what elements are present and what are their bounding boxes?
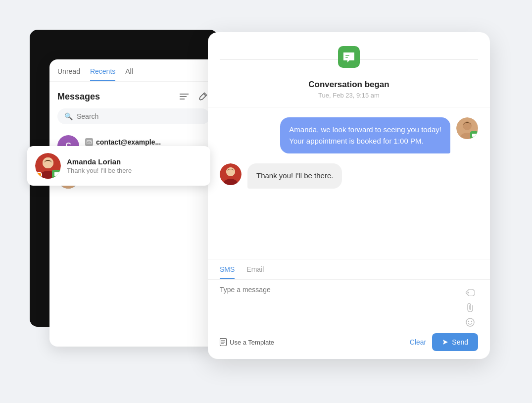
attach-icon[interactable] — [464, 302, 476, 313]
clear-button[interactable]: Clear — [410, 338, 426, 346]
search-input[interactable] — [77, 112, 203, 120]
tab-all[interactable]: All — [125, 67, 133, 81]
highlight-preview: Thank you! I'll be there — [67, 167, 202, 174]
message-text: Amanda, we look forward to seeing you to… — [289, 125, 441, 145]
recipient-avatar — [220, 163, 242, 185]
message-bubble-in: Thank you! I'll be there. — [247, 163, 342, 189]
svg-rect-14 — [345, 57, 348, 58]
template-icon — [220, 338, 227, 346]
highlight-name: Amanda Lorian — [67, 157, 202, 166]
highlight-info: Amanda Lorian Thank you! I'll be there — [67, 157, 202, 174]
contact-name: contact@example... — [85, 138, 210, 146]
filter-icon[interactable] — [177, 90, 191, 103]
messages-header: Messages — [49, 82, 218, 108]
emoji-icon[interactable] — [464, 316, 476, 328]
conversation-panel: Conversation began Tue, Feb 23, 9:15 am … — [208, 32, 490, 359]
search-box[interactable]: 🔍 — [57, 108, 210, 124]
svg-rect-13 — [345, 55, 349, 56]
sender-avatar — [456, 117, 478, 139]
template-button[interactable]: Use a Template — [220, 338, 274, 346]
panel-tabs: Unread Recents All — [49, 59, 218, 82]
tab-recents[interactable]: Recents — [90, 67, 115, 81]
svg-point-22 — [468, 292, 469, 294]
compose-area: SMS Email — [208, 259, 490, 359]
highlight-avatar — [35, 153, 61, 179]
message-input[interactable] — [220, 286, 478, 320]
messages-area: Amanda, we look forward to seeing you to… — [208, 107, 490, 259]
compose-icons — [464, 287, 476, 328]
sms-badge — [470, 131, 478, 139]
svg-point-24 — [468, 321, 469, 322]
tab-sms[interactable]: SMS — [220, 259, 235, 279]
email-icon — [85, 138, 93, 146]
search-icon: 🔍 — [64, 112, 73, 120]
tab-email[interactable]: Email — [246, 259, 264, 279]
send-icon — [442, 339, 449, 346]
message-incoming: Thank you! I'll be there. — [220, 163, 478, 189]
messages-panel: Unread Recents All Messages 🔍 — [49, 59, 218, 347]
contact-highlight-card[interactable]: Amanda Lorian Thank you! I'll be there — [27, 146, 210, 186]
compose-tabs: SMS Email — [208, 259, 490, 280]
conv-header: Conversation began Tue, Feb 23, 9:15 am — [208, 32, 490, 107]
svg-point-25 — [471, 321, 472, 322]
send-label: Send — [452, 338, 468, 346]
compose-actions: Clear Send — [410, 333, 478, 351]
template-label: Use a Template — [230, 339, 274, 346]
messages-title: Messages — [57, 92, 100, 102]
compose-input-area — [208, 280, 490, 328]
compose-footer: Use a Template Clear Send — [208, 328, 490, 359]
tag-icon[interactable] — [464, 287, 476, 299]
svg-point-12 — [43, 157, 53, 168]
tab-unread[interactable]: Unread — [57, 67, 80, 81]
send-button[interactable]: Send — [432, 333, 478, 351]
svg-rect-4 — [87, 140, 92, 144]
conversation-date: Tue, Feb 23, 9:15 am — [318, 92, 380, 99]
message-bubble-out: Amanda, we look forward to seeing you to… — [280, 117, 450, 153]
sms-badge — [52, 170, 61, 179]
online-status — [36, 172, 42, 178]
conversation-icon — [338, 46, 360, 68]
message-text: Thank you! I'll be there. — [256, 171, 333, 180]
conversation-title: Conversation began — [308, 80, 389, 90]
header-icons — [177, 90, 210, 103]
svg-point-21 — [226, 167, 235, 176]
message-outgoing: Amanda, we look forward to seeing you to… — [220, 117, 478, 153]
svg-point-23 — [466, 318, 474, 326]
